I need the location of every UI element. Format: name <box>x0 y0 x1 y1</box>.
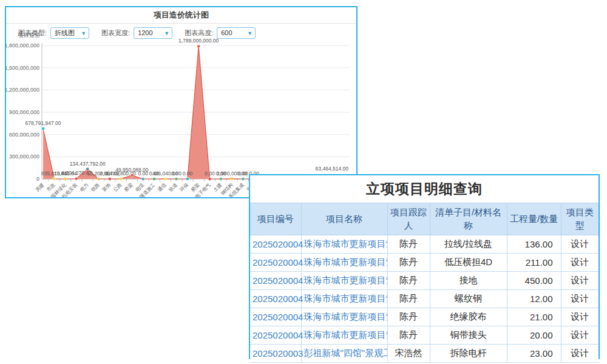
x-category-label: 环保 <box>178 182 189 193</box>
data-point-marker[interactable] <box>164 178 166 180</box>
column-header-4: 工程量/数量 <box>507 203 561 235</box>
x-category-label: 铁路 <box>90 182 101 193</box>
x-category-label: 通信 <box>156 181 167 192</box>
cell-number[interactable]: 2025020004 <box>250 235 301 253</box>
cell-type: 设计 <box>561 289 599 308</box>
detail-query-title: 立项项目明细查询 <box>250 175 599 203</box>
cell-tracker: 陈丹 <box>387 326 430 344</box>
data-point-marker[interactable] <box>197 45 200 47</box>
data-point-marker[interactable] <box>142 178 144 180</box>
data-point-marker[interactable] <box>53 178 55 180</box>
chart-window: 项目造价统计图 图表类型: 折线图 ▼ 图表宽度: 1200 ▼ 图表高度: 6… <box>5 6 358 198</box>
cell-quantity: 450.00 <box>507 271 561 289</box>
y-tick-label: 0 <box>36 176 39 182</box>
cell-material: 螺纹钢 <box>430 289 507 308</box>
data-point-value-label: 0.00 <box>238 170 248 177</box>
cell-tracker: 陈丹 <box>387 289 430 308</box>
cell-name[interactable]: 珠海市城市更新项目紫桐 <box>301 271 387 289</box>
table-row: 2025020004珠海市城市更新项目紫桐陈丹绝缘胶布21.00设计 <box>250 308 599 326</box>
x-category-label: 房建 <box>35 182 46 193</box>
data-point-marker[interactable] <box>75 177 78 180</box>
cell-name[interactable]: 珠海市城市更新项目紫桐 <box>301 235 387 253</box>
y-tick-label: 300,000,000 <box>9 153 39 160</box>
table-row: 2025020004珠海市城市更新项目紫桐陈丹低压横担4D211.00设计 <box>250 253 599 271</box>
data-point-marker[interactable] <box>175 178 177 180</box>
cell-material: 拉线/拉线盘 <box>430 235 507 253</box>
x-category-label: 装饰 <box>101 182 112 193</box>
chart-height-group: 图表高度: 600 ▼ <box>185 27 256 39</box>
chart-width-select[interactable]: 1200 ▼ <box>134 27 172 39</box>
table-row: 2025020003彭祖新城"四馆"景观工程宋浩然拆除电杆23.00设计 <box>250 344 599 362</box>
cell-name[interactable]: 珠海市城市更新项目紫桐 <box>301 308 387 326</box>
chart-width-group: 图表宽度: 1200 ▼ <box>101 27 172 39</box>
y-tick-label: 1,500,000,000 <box>6 65 39 71</box>
data-point-marker[interactable] <box>64 178 66 180</box>
cell-name[interactable]: 彭祖新城"四馆"景观工程 <box>301 344 387 362</box>
column-header-3: 清单子目/材料名称 <box>430 203 507 235</box>
cell-type: 设计 <box>561 271 599 289</box>
data-point-marker[interactable] <box>131 174 133 177</box>
data-point-value-label: 63,464,514.00 <box>316 166 349 172</box>
cell-tracker: 陈丹 <box>387 271 430 289</box>
cell-number[interactable]: 2025020004 <box>250 326 301 344</box>
cell-number[interactable]: 2025020003 <box>250 344 301 362</box>
chart-height-select[interactable]: 600 ▼ <box>217 27 256 39</box>
cell-number[interactable]: 2025020004 <box>250 289 301 308</box>
table-row: 2025020004珠海市城市更新项目紫桐陈丹螺纹钢12.00设计 <box>250 289 599 308</box>
chevron-down-icon: ▼ <box>81 29 86 39</box>
cell-quantity: 21.00 <box>507 308 561 326</box>
cell-tracker: 陈丹 <box>387 235 430 253</box>
data-point-marker[interactable] <box>153 178 155 180</box>
y-tick-label: 600,000,000 <box>9 132 39 138</box>
y-tick-label: 900,000,000 <box>9 109 39 115</box>
cell-type: 设计 <box>561 344 599 362</box>
cell-type: 设计 <box>561 326 599 344</box>
column-header-1: 项目名称 <box>301 203 387 235</box>
cell-material: 铜带接头 <box>430 326 507 344</box>
table-row: 2025020004珠海市城市更新项目紫桐陈丹接地450.00设计 <box>250 271 599 289</box>
chart-window-titlebar: 项目造价统计图 <box>6 7 356 24</box>
column-header-5: 项目类型 <box>561 203 599 235</box>
cell-number[interactable]: 2025020004 <box>250 271 301 289</box>
data-point-value-label: 0.00 <box>205 170 215 177</box>
data-point-marker[interactable] <box>120 178 122 180</box>
cell-quantity: 136.00 <box>507 235 561 253</box>
cell-quantity: 23.00 <box>507 344 561 362</box>
cell-material: 接地 <box>430 271 507 289</box>
chart-type-select[interactable]: 折线图 ▼ <box>50 27 89 39</box>
project-detail-table: 项目编号项目名称项目跟踪人清单子目/材料名称工程量/数量项目类型 2025020… <box>250 203 599 363</box>
x-category-label: 轨道 <box>168 182 178 193</box>
data-point-marker[interactable] <box>109 178 111 180</box>
x-category-label: 公路 <box>112 182 123 193</box>
y-tick-label: 1,800,000,000 <box>6 42 39 49</box>
data-point-value-label: 0.00 <box>183 170 193 177</box>
cell-number[interactable]: 2025020004 <box>250 253 301 271</box>
chart-type-label: 图表类型: <box>18 29 47 38</box>
cell-tracker: 宋浩然 <box>387 344 430 362</box>
data-point-value-label: 134,437,792.00 <box>70 161 106 167</box>
cell-quantity: 12.00 <box>507 289 561 308</box>
cell-quantity: 211.00 <box>507 253 561 271</box>
cell-material: 低压横担4D <box>430 253 507 271</box>
data-point-marker[interactable] <box>186 178 189 180</box>
chart-type-group: 图表类型: 折线图 ▼ <box>18 27 89 39</box>
cell-quantity: 20.00 <box>507 326 561 344</box>
data-point-value-label: 0.00 <box>138 170 148 177</box>
cell-type: 设计 <box>561 235 599 253</box>
cell-material: 拆除电杆 <box>430 344 507 362</box>
chevron-down-icon: ▼ <box>247 29 253 39</box>
data-point-marker[interactable] <box>220 178 222 180</box>
data-point-marker[interactable] <box>97 178 100 180</box>
data-point-marker[interactable] <box>242 178 244 180</box>
cell-number[interactable]: 2025020004 <box>250 308 301 326</box>
chart-width-label: 图表宽度: <box>101 29 130 38</box>
chart-height-label: 图表高度: <box>185 29 213 38</box>
data-point-marker[interactable] <box>42 127 44 130</box>
data-point-marker[interactable] <box>208 178 211 180</box>
cell-name[interactable]: 珠海市城市更新项目紫桐 <box>301 289 387 308</box>
table-header-row: 项目编号项目名称项目跟踪人清单子目/材料名称工程量/数量项目类型 <box>250 203 599 235</box>
cell-name[interactable]: 珠海市城市更新项目紫桐 <box>301 326 387 344</box>
cell-name[interactable]: 珠海市城市更新项目紫桐 <box>301 253 387 271</box>
chevron-down-icon: ▼ <box>164 29 169 39</box>
data-point-marker[interactable] <box>231 177 233 180</box>
